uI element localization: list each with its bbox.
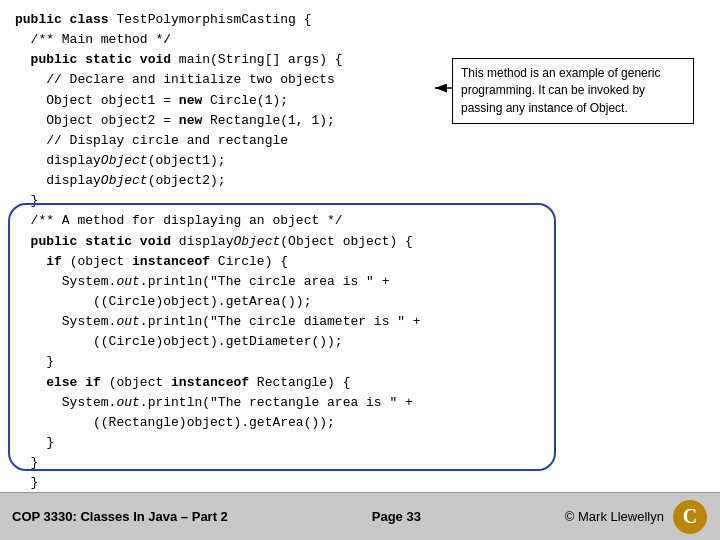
tooltip-text: This method is an example of generic pro… xyxy=(461,66,660,115)
main-content: public class TestPolymorphismCasting { /… xyxy=(0,0,720,490)
footer-right-section: © Mark Llewellyn C xyxy=(565,499,708,535)
footer-course: COP 3330: Classes In Java – Part 2 xyxy=(12,509,228,524)
footer: COP 3330: Classes In Java – Part 2 Page … xyxy=(0,492,720,540)
footer-page: Page 33 xyxy=(372,509,421,524)
svg-text:C: C xyxy=(683,505,697,527)
footer-copyright: © Mark Llewellyn xyxy=(565,509,664,524)
tooltip-box: This method is an example of generic pro… xyxy=(452,58,694,124)
footer-logo: C xyxy=(672,499,708,535)
